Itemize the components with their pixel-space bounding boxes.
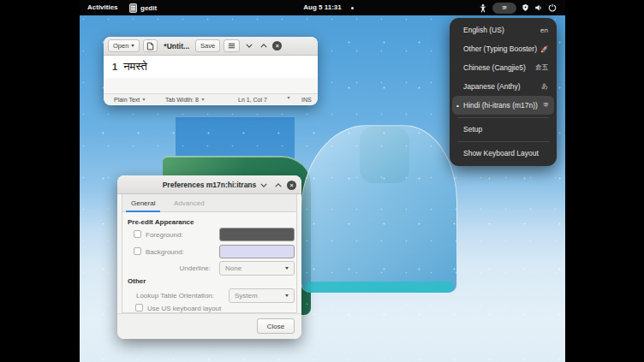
- gedit-statusbar: Plain Text Tab Width: 8 Ln 1, Col 7 INS: [104, 93, 318, 104]
- menu-item-typing-booster[interactable]: Other (Typing Booster) 🚀: [452, 39, 554, 58]
- input-badge-cangjie: 倉五: [532, 63, 548, 72]
- tab-bar: General Advanced: [122, 194, 296, 212]
- insert-mode-indicator: INS: [301, 97, 312, 103]
- chevron-down-icon: [201, 98, 204, 101]
- menu-separator: [457, 141, 549, 142]
- background-label: Background:: [146, 248, 184, 256]
- selected-bullet-icon: •: [456, 102, 459, 110]
- menu-item-label: Chinese (Cangjie5): [463, 63, 526, 72]
- menu-item-setup[interactable]: Setup: [452, 120, 554, 139]
- us-keyboard-checkbox[interactable]: [135, 304, 143, 312]
- open-button[interactable]: Open: [108, 39, 140, 52]
- top-bar: Activities gedit Aug 5 11:31 क: [80, 0, 565, 15]
- underline-value: None: [225, 264, 242, 272]
- foreground-label: Foreground:: [146, 231, 183, 239]
- close-button[interactable]: ×: [287, 181, 296, 190]
- menu-item-label: Setup: [463, 125, 482, 134]
- other-section-header: Other: [128, 277, 146, 285]
- wallpaper-teal-shape: [360, 127, 409, 183]
- chevron-down-icon: [143, 98, 146, 101]
- shield-icon[interactable]: [522, 3, 529, 12]
- save-button-label: Save: [200, 42, 215, 50]
- foreground-color-button[interactable]: [219, 228, 295, 241]
- app-menu[interactable]: gedit: [129, 0, 157, 15]
- goto-line-dropdown[interactable]: [287, 97, 290, 99]
- text-editor-area[interactable]: 1 नमस्ते: [104, 56, 318, 93]
- menu-button[interactable]: [224, 39, 240, 52]
- tab-advanced[interactable]: Advanced: [167, 194, 212, 212]
- tab-general[interactable]: General: [124, 194, 162, 212]
- cursor-position-label: Ln 1, Col 7: [238, 97, 267, 103]
- gedit-headerbar: Open *Untit... Save: [104, 37, 318, 56]
- preferences-notebook: General Advanced Pre-edit Appearance For…: [122, 194, 297, 313]
- document-text: नमस्ते: [123, 60, 147, 74]
- app-menu-label: gedit: [140, 4, 157, 12]
- background-checkbox[interactable]: [134, 247, 141, 255]
- maximize-button[interactable]: [272, 180, 283, 191]
- underline-dropdown[interactable]: None: [219, 261, 295, 276]
- menu-item-label: English (US): [463, 26, 504, 34]
- menu-item-label: Hindi (hi-itrans (m17n)): [463, 101, 538, 110]
- tab-width-label: Tab Width: 8: [165, 97, 199, 103]
- text-line: 1 नमस्ते: [104, 56, 318, 78]
- foreground-checkbox[interactable]: [134, 230, 141, 238]
- new-document-icon: [146, 42, 154, 50]
- menu-separator: [457, 117, 549, 118]
- power-icon[interactable]: [548, 3, 557, 12]
- lookup-orientation-dropdown[interactable]: System: [229, 288, 295, 303]
- gedit-app-icon: [129, 3, 137, 13]
- tab-width-selector[interactable]: Tab Width: 8: [165, 97, 205, 103]
- lookup-orientation-value: System: [235, 292, 258, 300]
- system-tray: क: [479, 0, 565, 15]
- rocket-icon: 🚀: [537, 45, 548, 53]
- close-dialog-button[interactable]: Close: [257, 318, 295, 334]
- input-badge-hiragana: あ: [538, 82, 548, 91]
- menu-item-chinese-cangjie5[interactable]: Chinese (Cangjie5) 倉五: [452, 58, 554, 77]
- close-button[interactable]: ×: [272, 41, 282, 50]
- input-source-menu: English (US) en Other (Typing Booster) 🚀…: [450, 18, 557, 166]
- gedit-window: Open *Untit... Save: [104, 37, 318, 105]
- preferences-headerbar: Preferences m17n:hi:itrans ×: [117, 175, 301, 194]
- minimize-button[interactable]: [243, 40, 254, 51]
- language-selector[interactable]: Plain Text: [114, 97, 146, 103]
- keyboard-input-indicator[interactable]: क: [492, 3, 516, 14]
- input-badge-devanagari: क: [540, 101, 548, 110]
- maximize-button[interactable]: [258, 40, 269, 51]
- chevron-down-icon: [131, 45, 134, 47]
- save-button[interactable]: Save: [195, 39, 220, 52]
- menu-item-english-us[interactable]: English (US) en: [452, 21, 554, 39]
- us-keyboard-label: Use US keyboard layout: [147, 305, 221, 312]
- dialog-title: Preferences m17n:hi:itrans: [163, 181, 257, 189]
- input-badge-en: en: [537, 27, 548, 34]
- window-title: *Untit...: [164, 42, 189, 50]
- wallpaper-glass-folder-shape: [301, 125, 457, 293]
- chevron-up-icon: [260, 44, 267, 48]
- chevron-down-icon: [285, 294, 289, 297]
- accessibility-icon[interactable]: [479, 3, 487, 13]
- clock-button[interactable]: Aug 5 11:31: [303, 0, 341, 15]
- activities-button[interactable]: Activities: [87, 0, 118, 15]
- new-document-button[interactable]: [143, 39, 158, 52]
- notification-dot-icon: [351, 7, 354, 9]
- menu-item-hindi-itrans[interactable]: • Hindi (hi-itrans (m17n)) क: [452, 96, 554, 115]
- hamburger-icon: [228, 42, 236, 50]
- volume-icon[interactable]: [534, 3, 543, 12]
- cursor-position[interactable]: Ln 1, Col 7: [238, 97, 267, 103]
- dialog-action-area: Close: [117, 313, 301, 339]
- chevron-down-icon: [246, 44, 253, 48]
- chevron-down-icon: [285, 267, 289, 270]
- insert-mode-label: INS: [301, 97, 312, 103]
- menu-item-label: Japanese (Anthy): [463, 82, 521, 91]
- menu-item-show-keyboard-layout[interactable]: Show Keyboard Layout: [452, 144, 554, 163]
- desktop: Activities gedit Aug 5 11:31 क: [80, 0, 565, 362]
- menu-item-label: Other (Typing Booster): [463, 45, 537, 53]
- background-color-button[interactable]: [219, 245, 295, 258]
- preferences-dialog: Preferences m17n:hi:itrans × General Adv…: [117, 175, 301, 339]
- minimize-button[interactable]: [258, 180, 269, 191]
- lookup-orientation-label: Lookup Table Orientation:: [125, 292, 214, 300]
- chevron-down-icon: [287, 97, 289, 99]
- chevron-down-icon: [260, 183, 267, 187]
- underline-label: Underline:: [125, 264, 211, 272]
- menu-item-japanese-anthy[interactable]: Japanese (Anthy) あ: [452, 77, 554, 96]
- open-button-label: Open: [113, 42, 128, 50]
